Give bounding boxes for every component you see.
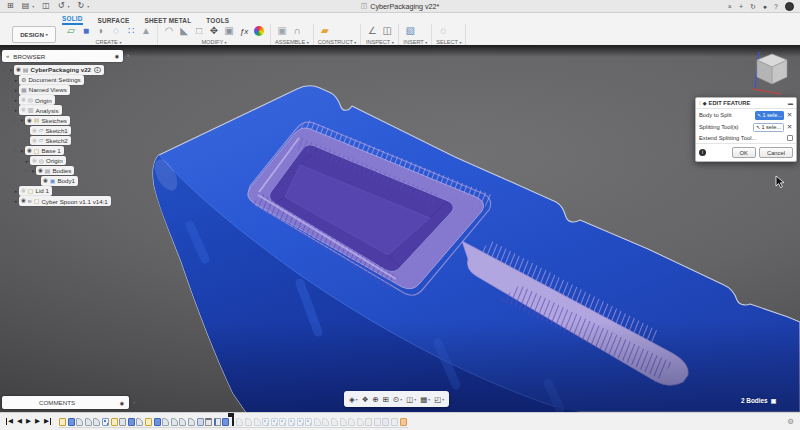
go-to-end-button[interactable]: ▶ xyxy=(44,418,51,425)
body-to-split-selection[interactable]: ↖ 1 sele... xyxy=(755,111,784,120)
tree-item-origin[interactable]: ◉◎Origin xyxy=(19,95,55,105)
timeline-feature-fillet[interactable] xyxy=(348,418,355,426)
timeline-feature-fillet[interactable] xyxy=(322,418,329,426)
step-forward-button[interactable]: ▶ xyxy=(35,418,40,425)
visibility-eye-icon[interactable]: ◉ xyxy=(32,158,37,164)
cancel-button[interactable]: Cancel xyxy=(759,147,793,158)
timeline-feature-component[interactable] xyxy=(382,418,389,426)
file-icon[interactable]: ▤ xyxy=(22,2,30,10)
visibility-eye-icon[interactable]: ◉ xyxy=(21,107,26,113)
visibility-eye-icon[interactable]: ◉ xyxy=(27,118,32,124)
design-menu-button[interactable]: DESIGN ▾ xyxy=(12,26,56,43)
measure-icon[interactable]: ∠ xyxy=(365,26,379,36)
notifications-icon[interactable]: ● xyxy=(763,3,767,10)
apps-grid-icon[interactable]: ⊞ xyxy=(7,2,14,10)
pan-icon[interactable]: ❖ xyxy=(362,395,369,404)
panel-options-icon[interactable]: ◉ xyxy=(115,53,119,59)
visibility-eye-icon[interactable]: ◉ xyxy=(32,128,37,134)
save-icon[interactable]: ◫ xyxy=(42,2,50,10)
timeline-feature-fillet[interactable] xyxy=(254,418,261,426)
timeline-feature-fillet[interactable] xyxy=(93,418,100,426)
timeline-feature-fillet[interactable] xyxy=(171,418,178,426)
insert-image-icon[interactable]: ▧ xyxy=(403,26,417,36)
timeline-feature-fillet[interactable] xyxy=(357,418,364,426)
construct-plane-icon[interactable]: ▰ xyxy=(318,26,332,36)
dialog-header[interactable]: ⁞ ◆ EDIT FEATURE ▬ xyxy=(696,98,796,109)
tree-item-named-views[interactable]: ▦Named Views xyxy=(19,85,70,95)
timeline-feature-sketch[interactable] xyxy=(111,418,118,426)
collapse-panel-icon[interactable]: « xyxy=(6,53,9,59)
offset-face-icon[interactable]: ▣ xyxy=(222,26,236,36)
timeline-feature-split-edit[interactable] xyxy=(400,418,407,426)
help-icon[interactable]: ? xyxy=(774,3,778,10)
step-back-button[interactable]: ◀ xyxy=(17,418,22,425)
timeline-feature-pattern[interactable] xyxy=(279,418,286,426)
go-to-start-button[interactable]: ◀ xyxy=(6,418,13,425)
move-icon[interactable]: ✥ xyxy=(207,26,221,36)
zoom-icon[interactable]: ⊕ xyxy=(372,395,378,404)
timeline-settings-icon[interactable]: ⚙ xyxy=(787,417,794,426)
timeline-feature-fillet[interactable] xyxy=(188,418,195,426)
fit-icon[interactable]: ⊞ xyxy=(383,395,389,404)
parameters-fx-icon[interactable]: ƒx xyxy=(237,27,251,36)
timeline-feature-box[interactable] xyxy=(119,418,126,426)
extrude-icon[interactable]: ■ xyxy=(79,26,93,36)
visibility-eye-icon[interactable]: ◉ xyxy=(16,67,21,73)
timeline-feature-component[interactable] xyxy=(197,418,204,426)
sync-icon[interactable]: ↻ xyxy=(750,3,756,10)
timeline-feature-pattern[interactable] xyxy=(288,418,295,426)
tree-item-origin[interactable]: ◉◎Origin xyxy=(30,156,66,166)
select-icon[interactable]: ◌ xyxy=(436,26,450,36)
timeline-feature-fillet[interactable] xyxy=(331,418,338,426)
timeline-feature-sketch[interactable] xyxy=(59,418,66,426)
timeline-feature-extrude[interactable] xyxy=(154,418,161,426)
revolve-icon[interactable]: ◗ xyxy=(94,26,108,36)
timeline-feature-fillet[interactable] xyxy=(162,418,169,426)
zoom-window-icon[interactable]: ⊙▾ xyxy=(393,395,402,404)
tree-item-analysis[interactable]: ◉▥Analysis xyxy=(19,105,62,115)
grid-display-icon[interactable]: ▦▾ xyxy=(420,395,430,404)
timeline-feature-fillet[interactable] xyxy=(236,418,243,426)
timeline-feature-pattern[interactable] xyxy=(271,418,278,426)
timeline-feature-extrude[interactable] xyxy=(68,418,75,426)
panel-tab-handle[interactable]: › xyxy=(133,399,135,405)
timeline-feature-flag[interactable] xyxy=(214,418,221,426)
timeline-feature-pattern[interactable] xyxy=(297,418,304,426)
timeline-feature-sketch[interactable] xyxy=(145,418,152,426)
display-settings-icon[interactable]: ◫▾ xyxy=(406,395,416,404)
tree-item-cyber-spoon-v1-1-v14-1[interactable]: ◉∞▢Cyber Spoon v1.1 v14:1 xyxy=(19,196,111,206)
ok-button[interactable]: OK xyxy=(732,147,756,158)
pattern-icon[interactable]: ∷ xyxy=(124,26,138,36)
new-tab-icon[interactable]: + xyxy=(739,3,743,10)
orbit-icon[interactable]: ◈▾ xyxy=(349,395,358,404)
browser-header[interactable]: « BROWSER ◉ › xyxy=(2,50,123,62)
visibility-eye-icon[interactable]: ◉ xyxy=(21,198,26,204)
timeline-feature-pattern[interactable] xyxy=(262,418,269,426)
loft-icon[interactable]: ▲ xyxy=(139,26,153,36)
panel-tab-handle[interactable]: › xyxy=(127,52,129,58)
timeline-feature-fillet[interactable] xyxy=(136,418,143,426)
timeline-feature-fillet[interactable] xyxy=(245,418,252,426)
minimize-dialog-icon[interactable]: ▬ xyxy=(788,100,793,106)
visibility-eye-icon[interactable]: ◉ xyxy=(21,188,26,194)
info-icon[interactable]: i xyxy=(699,149,706,156)
timeline-feature-box[interactable] xyxy=(374,418,381,426)
timeline-feature-fillet[interactable] xyxy=(85,418,92,426)
timeline-feature-fillet[interactable] xyxy=(179,418,186,426)
extend-splitting-checkbox[interactable] xyxy=(787,135,793,141)
clear-selection-icon[interactable]: ✕ xyxy=(786,111,793,119)
comments-bar[interactable]: COMMENTS ◉ › xyxy=(2,396,129,409)
create-sketch-icon[interactable]: ▱ xyxy=(64,26,78,36)
undo-icon[interactable]: ↺ xyxy=(58,2,65,10)
tree-item-sketch2[interactable]: ◉▱Sketch2 xyxy=(30,136,71,146)
timeline-feature-fillet[interactable] xyxy=(340,418,347,426)
fillet-icon[interactable]: ◠ xyxy=(162,26,176,36)
timeline-feature-mesh[interactable] xyxy=(205,418,212,426)
tree-item-cyberpackaging-v22[interactable]: ◉▤CyberPackaging v221 xyxy=(14,65,104,75)
user-avatar[interactable] xyxy=(785,2,794,11)
timeline-feature-extrude[interactable] xyxy=(222,418,229,426)
timeline-feature-pattern[interactable] xyxy=(305,418,312,426)
view-cube[interactable] xyxy=(748,50,796,98)
play-button[interactable]: ▶ xyxy=(26,418,31,425)
viewports-icon[interactable]: ◰▾ xyxy=(434,395,444,404)
